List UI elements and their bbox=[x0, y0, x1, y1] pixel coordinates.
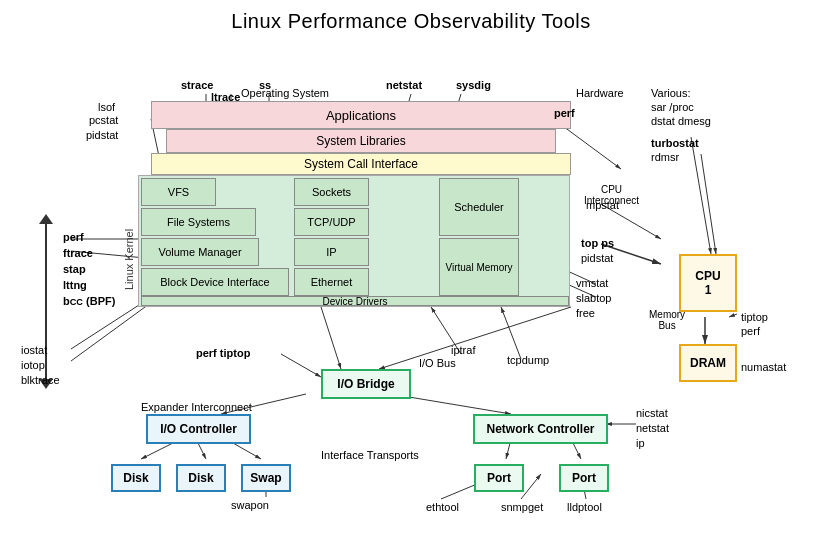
tiptop-label: tiptop bbox=[741, 311, 768, 323]
kernel-box: VFS File Systems Volume Manager Block De… bbox=[138, 175, 570, 307]
layer-syscall: System Call Interface bbox=[151, 153, 571, 175]
ip-box: IP bbox=[294, 238, 369, 266]
layer-applications: Applications bbox=[151, 101, 571, 129]
io-controller-box: I/O Controller bbox=[146, 414, 251, 444]
file-systems-box: File Systems bbox=[141, 208, 256, 236]
pidstat2-label: pidstat bbox=[581, 252, 613, 264]
page-title: Linux Performance Observability Tools bbox=[10, 10, 812, 33]
ethernet-box: Ethernet bbox=[294, 268, 369, 296]
iostat-label: iostat bbox=[21, 344, 47, 356]
scheduler-box: Scheduler bbox=[439, 178, 519, 236]
lsof-label: lsof bbox=[98, 101, 115, 113]
page: Linux Performance Observability Tools bbox=[0, 0, 822, 546]
netstat-label: netstat bbox=[386, 79, 422, 91]
io-bus-label: I/O Bus bbox=[419, 357, 456, 369]
rdmsr-label: rdmsr bbox=[651, 151, 679, 163]
sockets-box: Sockets bbox=[294, 178, 369, 206]
device-drivers-box: Device Drivers bbox=[141, 296, 569, 306]
iotop-label: iotop bbox=[21, 359, 45, 371]
svg-line-17 bbox=[71, 299, 156, 361]
ltrace-label: ltrace bbox=[211, 91, 240, 103]
bcc-label: bCC (BPF) bbox=[63, 295, 115, 307]
perf-top-label: perf bbox=[554, 107, 575, 119]
block-device-box: Block Device Interface bbox=[141, 268, 289, 296]
os-label: Operating System bbox=[241, 87, 329, 99]
tcpdump-label: tcpdump bbox=[507, 354, 549, 366]
stap-label: stap bbox=[63, 263, 86, 275]
swap-box: Swap bbox=[241, 464, 291, 492]
memory-bus-label: MemoryBus bbox=[649, 309, 685, 331]
svg-line-35 bbox=[501, 307, 521, 359]
disk2-box: Disk bbox=[176, 464, 226, 492]
port1-box: Port bbox=[474, 464, 524, 492]
iptraf-label: iptraf bbox=[451, 344, 475, 356]
svg-line-29 bbox=[729, 314, 737, 317]
pidstat-label: pidstat bbox=[86, 129, 118, 141]
interface-transports-label: Interface Transports bbox=[321, 449, 419, 461]
layer-syslibs: System Libraries bbox=[166, 129, 556, 153]
various-label: Various: bbox=[651, 87, 691, 99]
disk1-box: Disk bbox=[111, 464, 161, 492]
mpstat-label: mpstat bbox=[586, 199, 619, 211]
blktrace-label: blktrace bbox=[21, 374, 60, 386]
network-controller-box: Network Controller bbox=[473, 414, 608, 444]
vfs-box: VFS bbox=[141, 178, 216, 206]
slabtop-label: slabtop bbox=[576, 292, 611, 304]
ip-tool-label: ip bbox=[636, 437, 645, 449]
svg-marker-41 bbox=[39, 214, 53, 224]
lttng-label: lttng bbox=[63, 279, 87, 291]
dstat-label: dstat dmesg bbox=[651, 115, 711, 127]
io-bridge-box: I/O Bridge bbox=[321, 369, 411, 399]
pcstat-label: pcstat bbox=[89, 114, 118, 126]
svg-line-31 bbox=[691, 137, 711, 254]
top-ps-label: top ps bbox=[581, 237, 614, 249]
expander-label: Expander Interconnect bbox=[141, 401, 252, 413]
ss-label: ss bbox=[259, 79, 271, 91]
vmstat-label: vmstat bbox=[576, 277, 608, 289]
sar-label: sar /proc bbox=[651, 101, 694, 113]
ftrace-label: ftrace bbox=[63, 247, 93, 259]
diagram: Operating System Hardware Applications S… bbox=[11, 39, 811, 529]
netstat2-label: netstat bbox=[636, 422, 669, 434]
lldptool-label: lldptool bbox=[567, 501, 602, 513]
virtual-memory-box: Virtual Memory bbox=[439, 238, 519, 296]
dram-box: DRAM bbox=[679, 344, 737, 382]
cpu-box: CPU1 bbox=[679, 254, 737, 312]
hw-label: Hardware bbox=[576, 87, 624, 99]
turbostat-label: turbostat bbox=[651, 137, 699, 149]
numastat-label: numastat bbox=[741, 361, 786, 373]
free-label: free bbox=[576, 307, 595, 319]
svg-line-32 bbox=[701, 154, 716, 254]
nicstat-label: nicstat bbox=[636, 407, 668, 419]
svg-line-37 bbox=[521, 474, 541, 499]
strace-label: strace bbox=[181, 79, 213, 91]
volume-manager-box: Volume Manager bbox=[141, 238, 259, 266]
port2-box: Port bbox=[559, 464, 609, 492]
perf-label: perf bbox=[63, 231, 84, 243]
sysdig-label: sysdig bbox=[456, 79, 491, 91]
tcp-udp-box: TCP/UDP bbox=[294, 208, 369, 236]
perf2-label: perf bbox=[741, 325, 760, 337]
svg-line-33 bbox=[281, 354, 321, 377]
snmpget-label: snmpget bbox=[501, 501, 543, 513]
svg-line-20 bbox=[321, 307, 341, 369]
ethtool-label: ethtool bbox=[426, 501, 459, 513]
perf-tiptop-label: perf tiptop bbox=[196, 347, 250, 359]
linux-kernel-label: Linux Kernel bbox=[123, 199, 135, 319]
swapon-label: swapon bbox=[231, 499, 269, 511]
